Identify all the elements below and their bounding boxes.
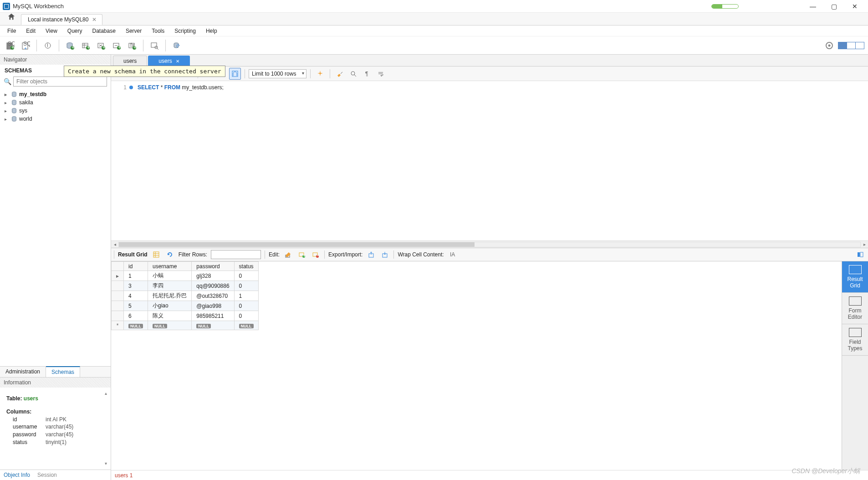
side-tab-form-editor[interactable]: Form Editor [842,293,868,324]
scroll-left-icon[interactable]: ◂ [111,242,118,247]
cell-null[interactable]: NULL [148,321,192,330]
connection-tab[interactable]: Local instance MySQL80 ✕ [21,14,102,25]
cell-password[interactable]: @out328670 [192,291,234,301]
tab-session[interactable]: Session [37,472,57,478]
cell-username[interactable]: 陈义 [148,311,192,321]
cell-password[interactable]: @giao998 [192,301,234,311]
cell-id[interactable]: 3 [124,281,148,291]
table-row[interactable]: ▸1小蜗glj3280 [112,271,259,281]
schema-item-my_testdb[interactable]: ▸my_testdb [0,90,111,98]
menu-database[interactable]: Database [88,27,120,35]
create-table-button[interactable]: + [79,39,92,52]
maximize-button[interactable]: ▢ [823,0,844,13]
home-button[interactable] [2,11,21,25]
close-button[interactable]: ✕ [844,0,865,13]
status-tab-users1[interactable]: users 1 [115,472,133,479]
cell-status[interactable]: 0 [234,281,258,291]
scroll-up-icon[interactable]: ▴ [102,390,109,397]
side-tab-result-grid[interactable]: Result Grid [842,261,868,293]
close-icon[interactable]: ✕ [92,16,97,23]
menu-scripting[interactable]: Scripting [170,27,200,35]
tab-administration[interactable]: Administration [0,367,46,377]
table-row[interactable]: 4托尼托尼.乔巴@out3286701 [112,291,259,301]
side-tab-field-types[interactable]: Field Types [842,324,868,356]
cell-id[interactable]: 5 [124,301,148,311]
row-selector-header[interactable] [112,262,124,271]
table-row-new[interactable]: *NULLNULLNULLNULL [112,321,259,330]
cell-username[interactable]: 李四 [148,281,192,291]
edit-row-button[interactable] [283,250,293,260]
add-row-button[interactable]: + [297,250,307,260]
expand-icon[interactable]: ▸ [5,117,9,122]
result-grid-icon[interactable] [151,250,161,260]
expand-icon[interactable]: ▸ [5,92,9,97]
create-procedure-button[interactable]: + [110,39,123,52]
cell-password[interactable]: qq@9090886 [192,281,234,291]
sql-editor[interactable]: 1 SELECT * FROM my_testdb.users; [111,81,868,240]
reconnect-button[interactable] [170,39,183,52]
column-header[interactable]: password [192,262,234,271]
layout-right-icon[interactable] [855,42,864,49]
cell-id[interactable]: 4 [124,291,148,301]
limit-rows-dropdown[interactable]: Limit to 1000 rows [249,69,306,78]
search-table-data-button[interactable] [148,39,161,52]
open-sql-button[interactable]: SQL [19,39,32,52]
wrap-cell-button[interactable]: IA [448,250,458,260]
cell-password[interactable]: glj328 [192,271,234,281]
table-row[interactable]: 6陈义9859852110 [112,311,259,321]
cell-null[interactable]: NULL [234,321,258,330]
cell-id[interactable]: 6 [124,311,148,321]
brush-button[interactable] [334,68,346,80]
menu-query[interactable]: Query [63,27,87,35]
filter-rows-input[interactable] [211,250,261,259]
expand-icon[interactable]: ▸ [5,100,9,105]
table-row[interactable]: 5小giao@giao9980 [112,301,259,311]
menu-edit[interactable]: Edit [21,27,40,35]
scroll-right-icon[interactable]: ▸ [861,242,868,247]
expand-icon[interactable]: ▸ [5,108,9,113]
menu-file[interactable]: File [3,27,20,35]
column-header[interactable]: username [148,262,192,271]
create-view-button[interactable]: + [95,39,107,52]
row-marker[interactable] [112,301,124,311]
filter-objects-input[interactable] [13,77,107,87]
cell-status[interactable]: 0 [234,301,258,311]
wrap-button[interactable] [375,68,387,80]
cell-password[interactable]: 985985211 [192,311,234,321]
table-row[interactable]: 3李四qq@90908860 [112,281,259,291]
beautify-button[interactable] [314,68,326,80]
settings-button[interactable] [823,39,836,52]
row-marker[interactable]: ▸ [112,271,124,281]
cell-username[interactable]: 托尼托尼.乔巴 [148,291,192,301]
row-marker[interactable] [112,311,124,321]
toggle-invisibles-button[interactable]: ¶ [361,68,373,80]
cell-status[interactable]: 1 [234,291,258,301]
row-marker[interactable] [112,281,124,291]
autocommit-toggle[interactable] [229,68,241,80]
cell-null[interactable]: NULL [192,321,234,330]
cell-username[interactable]: 小蜗 [148,271,192,281]
create-function-button[interactable]: fx+ [126,39,138,52]
schema-item-world[interactable]: ▸world [0,115,111,123]
menu-tools[interactable]: Tools [147,27,169,35]
delete-row-button[interactable]: − [311,250,321,260]
column-header[interactable]: status [234,262,258,271]
schema-item-sys[interactable]: ▸sys [0,107,111,115]
result-grid[interactable]: idusernamepasswordstatus▸1小蜗glj32803李四qq… [111,261,842,470]
inspector-button[interactable]: i [41,39,54,52]
cell-username[interactable]: 小giao [148,301,192,311]
column-header[interactable]: id [124,262,148,271]
refresh-button[interactable] [165,250,175,260]
editor-tab-1[interactable]: users [113,56,147,66]
export-button[interactable] [366,250,376,260]
create-schema-button[interactable]: + [64,39,77,52]
import-button[interactable] [380,250,390,260]
menu-server[interactable]: Server [121,27,146,35]
find-button[interactable] [347,68,359,80]
new-sql-tab-button[interactable]: SQL+ [4,39,16,52]
cell-status[interactable]: 0 [234,271,258,281]
layout-toggle[interactable] [838,42,864,49]
layout-bottom-icon[interactable] [847,42,856,49]
menu-help[interactable]: Help [201,27,222,35]
tab-object-info[interactable]: Object Info [4,472,30,478]
